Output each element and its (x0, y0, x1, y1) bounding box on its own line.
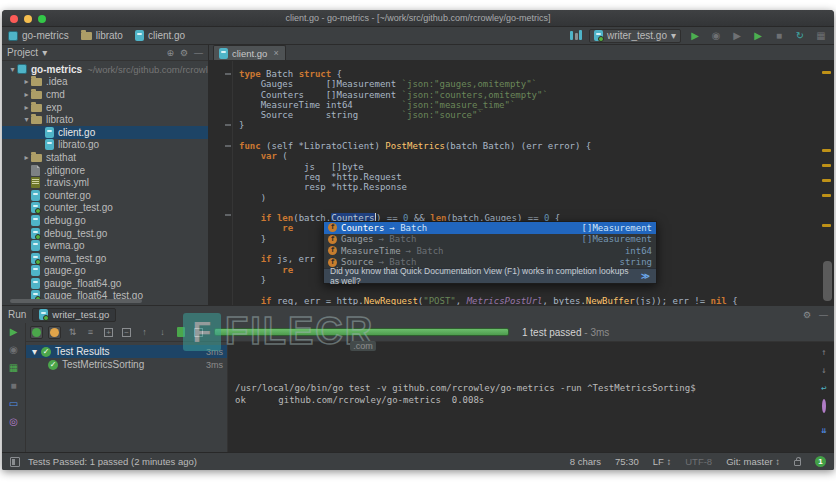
breadcrumb-item-librato[interactable]: librato (81, 30, 123, 41)
status-item-75-30[interactable]: 75:30 (615, 456, 639, 467)
show-ignored-toggle[interactable] (48, 326, 61, 339)
test-tree-item-TestMetricsSorting[interactable]: ✓TestMetricsSorting3ms (26, 358, 227, 371)
warning-mark[interactable] (822, 224, 831, 227)
tree-item-exp[interactable]: ▸exp (2, 101, 208, 114)
test-history-icon[interactable] (174, 326, 187, 339)
chevron-down-icon[interactable]: ▾ (8, 65, 17, 74)
run-button[interactable]: ▶ (688, 29, 702, 43)
tree-item-debug-go[interactable]: debug.go (2, 214, 208, 227)
tree-item--gitignore[interactable]: .gitignore (2, 164, 208, 177)
previous-failed-test-icon[interactable]: ↑ (138, 326, 151, 339)
expand-all-icon[interactable]: + (102, 326, 115, 339)
chevron-right-icon[interactable]: ▸ (22, 90, 31, 99)
breadcrumb-item-client-go[interactable]: client.go (135, 30, 185, 41)
test-tree-item-Test-Results[interactable]: ▾✓Test Results3ms (26, 345, 227, 358)
collapse-all-icon[interactable]: − (120, 326, 133, 339)
hide-panel-icon[interactable]: — (194, 48, 203, 58)
coverage-icon[interactable]: ▦ (9, 362, 18, 373)
completion-item-Counters[interactable]: fCounters→ Batch[]Measurement (324, 222, 656, 234)
status-item-8-chars[interactable]: 8 chars (570, 456, 601, 467)
tree-item--travis-yml[interactable]: .travis.yml (2, 176, 208, 189)
rerun-button[interactable]: ▶ (10, 326, 18, 337)
tree-item-debug_test-go[interactable]: debug_test.go (2, 227, 208, 240)
warning-mark[interactable] (822, 71, 831, 74)
warning-mark[interactable] (822, 194, 831, 197)
sort-by-duration-icon[interactable]: ≡ (84, 326, 97, 339)
stop-process-button[interactable]: ■ (10, 380, 16, 391)
debug-rerun-icon[interactable]: ◉ (9, 344, 18, 355)
stop-button[interactable]: ■ (772, 29, 786, 43)
lock-icon[interactable] (794, 460, 801, 466)
close-icon[interactable]: × (273, 48, 278, 58)
scroll-to-end-icon[interactable]: ⇊ (821, 424, 826, 436)
up-stack-icon[interactable]: ↑ (821, 346, 826, 358)
run-coverage-button[interactable]: ▶ (730, 29, 744, 43)
tree-item-cmd[interactable]: ▸cmd (2, 88, 208, 101)
run-panel-side-toolbar: ▶ ◉ ▦ ■ ▭ ◎ (2, 323, 26, 452)
status-item-lf-[interactable]: LF ↕ (653, 456, 671, 467)
restore-layout-icon[interactable]: ▭ (9, 398, 18, 409)
chevron-down-icon[interactable]: ▾ (32, 346, 37, 357)
project-icon (17, 64, 27, 74)
warning-mark[interactable] (822, 149, 831, 152)
go-file-icon (45, 127, 54, 138)
debug-button[interactable]: ◉ (709, 29, 723, 43)
chevron-down-icon[interactable]: ▾ (42, 47, 47, 58)
tool-windows-icon[interactable]: ▦ (814, 29, 828, 43)
hide-panel-icon[interactable]: — (819, 310, 828, 320)
notification-badge[interactable]: 1 (815, 456, 826, 467)
locate-file-icon[interactable]: ⊕ (166, 48, 174, 58)
tree-item-gauge-go[interactable]: gauge.go (2, 265, 208, 278)
warning-mark[interactable] (822, 164, 831, 167)
refresh-button[interactable]: ↻ (793, 29, 807, 43)
editor-gutter[interactable] (209, 61, 233, 305)
run-tab-writer-test[interactable]: writer_test.go (32, 308, 116, 322)
completion-item-MeasureTime[interactable]: fMeasureTime→ Batchint64 (324, 245, 656, 257)
editor-tab-client-go[interactable]: client.go × (213, 45, 286, 60)
editor-scrollbar-thumb[interactable] (823, 261, 832, 301)
tree-item-go-metrics[interactable]: ▾go-metrics~/work/src/github.com/rcrowle… (2, 63, 208, 76)
tree-item-librato-go[interactable]: librato.go (2, 139, 208, 152)
tool-window-toggle-icon[interactable] (10, 457, 20, 467)
show-passed-toggle[interactable] (30, 326, 43, 339)
rerun-tests-button[interactable]: ▶ (751, 29, 765, 43)
tree-item-ewma_test-go[interactable]: ewma_test.go (2, 252, 208, 265)
code-line: Counters []Measurement `json:"counters,o… (239, 90, 818, 100)
pin-tab-icon[interactable]: ◎ (9, 416, 18, 427)
gear-icon[interactable]: ⚙ (803, 310, 811, 320)
sort-alphabetically-icon[interactable]: ⇅ (66, 326, 79, 339)
tree-item--idea[interactable]: ▸.idea (2, 76, 208, 89)
chevron-right-icon[interactable]: ▸ (22, 77, 31, 86)
error-stripe[interactable] (820, 61, 834, 305)
tree-item-librato[interactable]: ▾librato (2, 113, 208, 126)
next-failed-test-icon[interactable]: ↓ (156, 326, 169, 339)
status-item-utf-8[interactable]: UTF-8 (685, 456, 712, 467)
yaml-file-icon (31, 177, 40, 188)
status-item-git-master-[interactable]: Git: master ↕ (726, 456, 780, 467)
completion-item-Gauges[interactable]: fGauges→ Batch[]Measurement (324, 234, 656, 246)
run-configuration-select[interactable]: writer_test.go ▾ (589, 29, 681, 43)
tree-item-counter_test-go[interactable]: counter_test.go (2, 202, 208, 215)
chevron-down-icon[interactable]: ▾ (22, 115, 31, 124)
test-console-output[interactable]: ↑ ↓ ↩ ⇊ /usr/local/go/bin/go test -v git… (228, 342, 834, 452)
chevron-right-icon[interactable]: ▸ (22, 103, 31, 112)
tree-item-ewma-go[interactable]: ewma.go (2, 239, 208, 252)
tree-item-counter-go[interactable]: counter.go (2, 189, 208, 202)
horizontal-scrollbar[interactable] (10, 299, 142, 303)
down-stack-icon[interactable]: ↓ (821, 364, 826, 376)
warning-mark[interactable] (822, 179, 831, 182)
code-editor[interactable]: type Batch struct { Gauges []Measurement… (209, 61, 834, 305)
completion-tip-link[interactable]: ≫ (641, 271, 650, 281)
tree-item-gauge_float64-go[interactable]: gauge_float64.go (2, 277, 208, 290)
tree-item-client-go[interactable]: client.go (2, 126, 208, 139)
breadcrumb-item-go-metrics[interactable]: go-metrics (8, 30, 69, 41)
chevron-right-icon[interactable]: ▸ (22, 153, 31, 162)
import-test-results-icon[interactable] (192, 326, 205, 339)
gear-icon[interactable]: ⚙ (180, 48, 188, 58)
code-line (239, 285, 818, 295)
tree-item-stathat[interactable]: ▸stathat (2, 151, 208, 164)
vcs-changes-icon[interactable] (570, 30, 582, 41)
soft-wrap-icon[interactable]: ↩ (821, 382, 826, 394)
pin-icon[interactable] (822, 400, 826, 412)
go-file-icon (31, 215, 40, 226)
